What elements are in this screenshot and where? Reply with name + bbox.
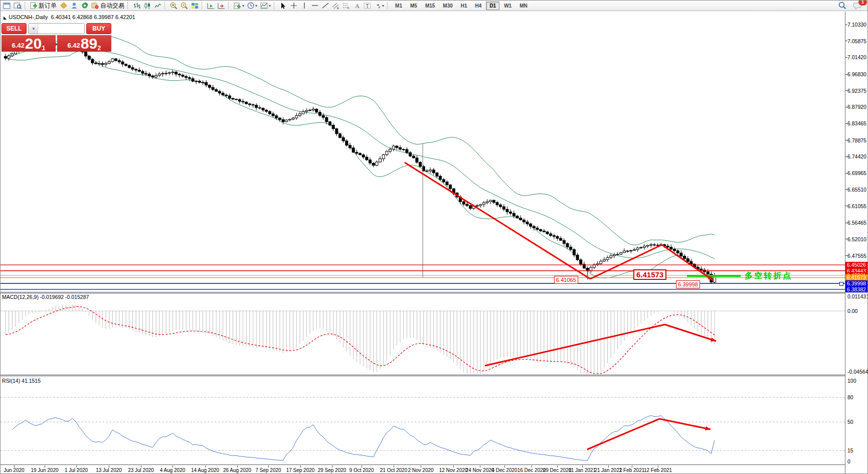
new-chart-icon[interactable] — [2, 1, 12, 10]
time-axis-label: 4 Aug 2020 — [160, 467, 186, 473]
pivot-annotation-text[interactable]: 多空转折点 — [745, 271, 792, 281]
rsi-panel-canvas[interactable] — [1, 376, 845, 464]
sell-price-sup: 1 — [42, 44, 45, 52]
candles-layer — [5, 43, 716, 284]
price-axis-label: 6.78875 — [847, 137, 868, 143]
pivot-price-label[interactable]: 6.41573 — [633, 269, 666, 280]
timeframe-button-m30[interactable]: M30 — [439, 2, 456, 10]
price-axis-label: 7.10330 — [847, 22, 868, 28]
fibonacci-tool-icon[interactable]: F — [341, 1, 352, 10]
new-order-label: 新订单 — [39, 2, 57, 10]
time-axis-label: 1 Jul 2020 — [65, 467, 88, 473]
metaeditor-icon[interactable] — [58, 1, 69, 10]
bollinger-upper-band — [6, 36, 715, 245]
timeframe-button-m1[interactable]: M1 — [392, 2, 406, 10]
time-axis-label: 2 Nov 2020 — [408, 467, 433, 473]
buy-price-big: 89 — [81, 36, 97, 51]
toolbar-separator — [274, 2, 276, 9]
new-order-button[interactable]: 新订单 — [29, 1, 58, 10]
time-axis-label: 12 Feb 2021 — [644, 467, 672, 473]
time-axis-label: 26 Aug 2020 — [223, 467, 251, 473]
search-icon[interactable] — [837, 1, 848, 10]
rsi-scale-label: 80 — [847, 394, 868, 400]
tile-windows-icon[interactable] — [190, 1, 200, 10]
chart-shift-icon[interactable] — [216, 1, 227, 10]
notification-badge[interactable]: 1 — [858, 0, 867, 6]
chart-marker-icon: ◣ — [4, 16, 7, 20]
volume-decrease-button[interactable]: ▼ — [29, 24, 38, 34]
price-badge: 6.39998 — [845, 280, 868, 286]
time-axis-label: Jun 2020 — [4, 467, 24, 473]
price-axis-label: 6.65510 — [847, 187, 868, 193]
indicators-icon[interactable]: ▾ — [232, 1, 246, 10]
time-axis[interactable]: Jun 202019 Jun 20201 Jul 202013 Jul 2020… — [1, 465, 845, 474]
time-axis-label: 4 Dec 2020 — [491, 467, 517, 473]
toolbar-separator — [228, 2, 231, 9]
rsi-scale-label: 50 — [847, 419, 868, 425]
equidistant-channel-icon[interactable]: E — [330, 1, 341, 10]
buy-price-display[interactable]: 6.42 89 2 — [57, 35, 111, 52]
bollinger-lower-band — [6, 51, 715, 283]
toolbar-right: 1 — [837, 1, 867, 10]
zoom-in-icon[interactable] — [168, 1, 179, 10]
timeframe-button-m5[interactable]: M5 — [407, 2, 421, 10]
buy-button[interactable]: BUY — [86, 23, 111, 34]
bar-chart-mode-icon[interactable] — [131, 1, 142, 10]
time-axis-label: 11 Jan 2021 — [569, 467, 596, 473]
price-axis-label: 6.92375 — [847, 88, 868, 94]
trendline-tool-icon[interactable] — [320, 1, 330, 10]
market-watch-icon[interactable] — [69, 1, 79, 10]
timeframe-button-d1[interactable]: D1 — [486, 2, 499, 10]
auto-scroll-icon[interactable] — [206, 1, 216, 10]
trade-panel-prices: 6.42 20 1 6.42 89 2 — [2, 35, 111, 52]
trend-annotations[interactable] — [405, 163, 713, 280]
line-handle[interactable] — [839, 282, 843, 286]
timeframe-button-w1[interactable]: W1 — [500, 2, 515, 10]
zoom-out-icon[interactable] — [179, 1, 190, 10]
price-axis-label: 6.47555 — [847, 253, 868, 259]
price-axis-label: 6.83465 — [847, 120, 868, 126]
rsi-label: RSI(14) 41.1515 — [2, 378, 41, 384]
timeframe-button-h4[interactable]: H4 — [472, 2, 485, 10]
arrows-tool-icon[interactable]: ▾ — [373, 1, 386, 10]
candlestick-mode-icon[interactable] — [142, 1, 152, 10]
toolbar-separator — [25, 2, 27, 9]
text-tool-icon[interactable]: A — [352, 1, 362, 10]
time-axis-label: 2 Feb 2021 — [619, 467, 645, 473]
profiles-icon[interactable] — [12, 1, 23, 10]
text-label-tool-icon[interactable]: T — [362, 1, 373, 10]
horizontal-line-tool-icon[interactable] — [309, 1, 320, 10]
cursor-icon[interactable] — [278, 1, 288, 10]
volume-input[interactable] — [38, 24, 85, 34]
templates-icon[interactable]: ▾ — [259, 1, 272, 10]
time-axis-label: 21 Jan 2021 — [594, 467, 622, 473]
periods-icon[interactable]: ▾ — [246, 1, 259, 10]
timeframe-button-mn[interactable]: MN — [516, 2, 531, 10]
rsi-scale-label: 15 — [847, 447, 868, 453]
time-axis-label: 23 Jul 2020 — [128, 467, 154, 473]
metatrader-window: 新订单 自动交易 ▾ — [0, 0, 868, 474]
crosshair-icon[interactable] — [288, 1, 299, 10]
price-axis-label: 6.69965 — [847, 170, 868, 176]
main-toolbar: 新订单 自动交易 ▾ — [1, 1, 868, 11]
macd-label: MACD(12,26,9) -0.019692 -0.015287 — [2, 294, 89, 300]
signals-icon[interactable] — [79, 1, 90, 10]
sell-price-display[interactable]: 6.42 20 1 — [2, 35, 56, 52]
swing-low-price-label[interactable]: 6.41065 — [554, 276, 578, 284]
ohlc-values: 6.40341 6.42868 6.39987 6.42201 — [51, 14, 135, 20]
second-low-price-label[interactable]: 6.39998 — [676, 280, 700, 288]
toolbar-separator — [387, 2, 390, 9]
line-chart-mode-icon[interactable] — [152, 1, 163, 10]
sell-button[interactable]: SELL — [2, 23, 27, 34]
rsi-trend-annotation[interactable] — [587, 419, 711, 449]
auto-trading-button[interactable]: 自动交易 — [90, 1, 126, 10]
price-axis[interactable]: 7.103307.058757.014206.968306.923756.879… — [845, 12, 868, 474]
chart-window: ◣USDCNH-,Daily 6.40341 6.42868 6.39987 6… — [1, 12, 868, 474]
time-axis-label: 17 Sep 2020 — [286, 467, 315, 473]
timeframe-button-m15[interactable]: M15 — [422, 2, 438, 10]
svg-text:F: F — [348, 7, 350, 9]
vertical-line-tool-icon[interactable] — [299, 1, 309, 10]
price-chart-canvas[interactable] — [1, 12, 845, 292]
timeframe-button-h1[interactable]: H1 — [457, 2, 471, 10]
macd-panel-canvas[interactable] — [1, 293, 845, 375]
